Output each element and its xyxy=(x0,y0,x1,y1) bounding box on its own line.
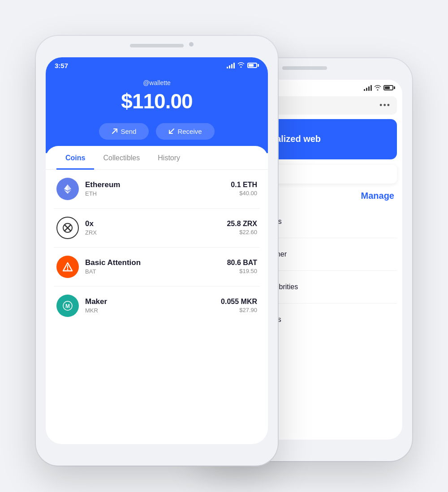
eth-info: Ethereum ETH xyxy=(85,180,224,197)
mkr-usd: $27.90 xyxy=(221,307,257,313)
back-signal-icon xyxy=(364,85,372,91)
status-time: 3:57 xyxy=(55,62,68,69)
tab-collectibles[interactable]: Collectibles xyxy=(94,146,149,170)
svg-point-16 xyxy=(67,269,69,270)
zrx-info: 0x ZRX xyxy=(85,219,220,236)
eth-name: Ethereum xyxy=(85,180,224,189)
mkr-icon: M xyxy=(56,295,79,317)
back-battery-icon xyxy=(383,85,395,90)
mkr-info: Maker MKR xyxy=(85,297,215,314)
status-bar: 3:57 xyxy=(46,57,268,73)
hero-section: @wallette $110.00 Send xyxy=(46,73,268,153)
zrx-name: 0x xyxy=(85,219,220,228)
eth-icon xyxy=(56,178,79,200)
receive-button[interactable]: Receive xyxy=(156,123,214,140)
hero-actions: Send Receive xyxy=(55,123,259,140)
tab-coins[interactable]: Coins xyxy=(56,146,94,170)
tabs: Coins Collectibles History xyxy=(46,146,268,170)
wifi-icon xyxy=(237,62,245,69)
zrx-crypto: 25.8 ZRX xyxy=(227,220,257,228)
bat-icon xyxy=(56,256,79,278)
eth-amounts: 0.1 ETH $40.00 xyxy=(231,181,257,197)
tab-history[interactable]: History xyxy=(149,146,189,170)
battery-icon xyxy=(247,63,259,68)
mkr-crypto: 0.055 MKR xyxy=(221,298,257,306)
back-phone-notch xyxy=(282,66,327,70)
mkr-ticker: MKR xyxy=(85,307,215,314)
back-wifi-icon xyxy=(374,84,381,92)
front-phone: 3:57 xyxy=(36,36,278,466)
zrx-usd: $22.60 xyxy=(227,229,257,235)
bat-amounts: 80.6 BAT $19.50 xyxy=(227,259,257,274)
coin-list: Ethereum ETH 0.1 ETH $40.00 xyxy=(46,170,268,325)
svg-text:M: M xyxy=(65,303,70,309)
zrx-icon xyxy=(56,217,79,239)
front-phone-screen: 3:57 xyxy=(46,57,268,444)
back-menu-dots[interactable]: ••• xyxy=(379,101,391,110)
hero-balance: $110.00 xyxy=(55,89,259,113)
bat-crypto: 80.6 BAT xyxy=(227,259,257,267)
svg-line-5 xyxy=(169,129,174,133)
coin-item-zrx[interactable]: 0x ZRX 25.8 ZRX $22.60 xyxy=(54,209,260,248)
coin-item-bat[interactable]: Basic Attention BAT 80.6 BAT $19.50 xyxy=(54,248,260,287)
bat-usd: $19.50 xyxy=(227,268,257,274)
eth-ticker: ETH xyxy=(85,190,224,197)
mkr-name: Maker xyxy=(85,297,215,306)
status-icons xyxy=(227,62,259,69)
send-label: Send xyxy=(121,128,136,135)
mkr-amounts: 0.055 MKR $27.90 xyxy=(221,298,257,313)
svg-marker-10 xyxy=(64,184,71,191)
coin-item-eth[interactable]: Ethereum ETH 0.1 ETH $40.00 xyxy=(54,170,260,209)
zrx-amounts: 25.8 ZRX $22.60 xyxy=(227,220,257,235)
eth-crypto: 0.1 ETH xyxy=(231,181,257,189)
bat-name: Basic Attention xyxy=(85,258,221,267)
zrx-ticker: ZRX xyxy=(85,229,220,236)
back-status-icons xyxy=(364,84,395,92)
svg-line-4 xyxy=(112,129,117,133)
receive-label: Receive xyxy=(177,128,202,135)
send-button[interactable]: Send xyxy=(99,123,149,140)
front-camera-dot xyxy=(189,42,194,47)
hero-username: @wallette xyxy=(55,79,259,86)
bat-ticker: BAT xyxy=(85,268,221,275)
bat-info: Basic Attention BAT xyxy=(85,258,221,275)
scene: coinbase.com ••• ecentralized web er DAp… xyxy=(22,22,426,470)
eth-usd: $40.00 xyxy=(231,190,257,197)
signal-icon xyxy=(227,62,235,68)
front-phone-notch xyxy=(130,44,184,47)
coin-item-mkr[interactable]: M Maker MKR 0.055 MKR $27.90 xyxy=(54,287,260,325)
